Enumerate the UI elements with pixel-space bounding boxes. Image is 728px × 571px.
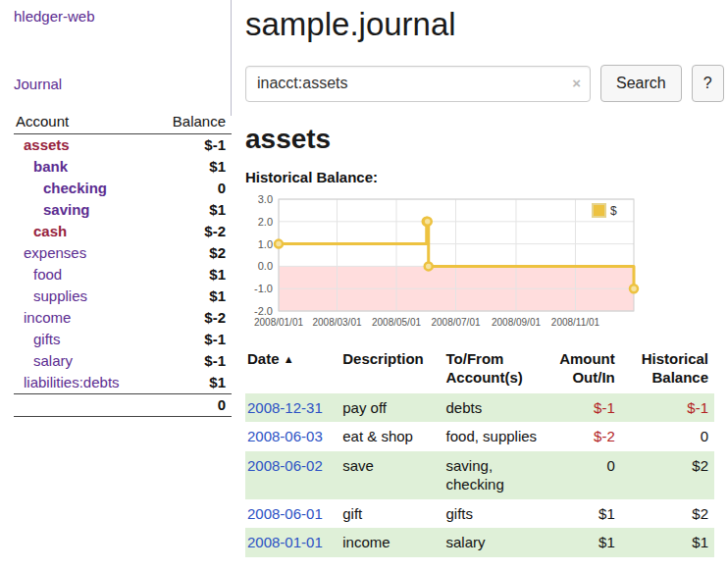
transaction-balance: $1: [621, 528, 714, 557]
account-balance: $-1: [153, 329, 232, 350]
account-link[interactable]: checking: [43, 180, 107, 196]
transaction-date-link[interactable]: 2008-06-03: [247, 428, 323, 444]
account-row: liabilities:debts$1: [14, 372, 232, 394]
search-input[interactable]: [245, 66, 591, 102]
transaction-balance: $2: [621, 499, 714, 529]
search-button[interactable]: Search: [600, 65, 682, 102]
legend-swatch: [593, 204, 605, 217]
account-row: checking0: [14, 178, 232, 199]
account-row: salary$-1: [14, 350, 232, 372]
y-tick-label: 0.0: [258, 260, 273, 272]
account-link[interactable]: salary: [33, 352, 73, 369]
data-point-marker: [275, 240, 283, 248]
balance-column-header-txn: Historical Balance: [621, 348, 714, 393]
transaction-balance: $2: [621, 451, 714, 499]
account-row: gifts$-1: [14, 329, 232, 350]
sidebar-divider: [231, 0, 232, 116]
account-row: expenses$2: [14, 242, 232, 264]
transaction-amount: $1: [547, 528, 621, 557]
account-link[interactable]: supplies: [33, 287, 87, 304]
data-point-marker: [424, 218, 432, 226]
x-tick-label: 2008/01/01: [254, 317, 303, 328]
transaction-accounts: food, supplies: [444, 422, 547, 451]
sort-ascending-icon[interactable]: ▲: [284, 353, 294, 365]
y-tick-label: 2.0: [258, 216, 273, 228]
account-row: supplies$1: [14, 286, 232, 307]
account-link[interactable]: income: [24, 309, 71, 326]
transaction-description: gift: [340, 499, 443, 529]
account-balance: $2: [153, 242, 232, 264]
page-title: sample.journal: [245, 6, 724, 43]
account-balance: $1: [153, 372, 232, 394]
sidebar: hledger-web Journal Account Balance asse…: [0, 0, 232, 557]
account-heading: assets: [245, 124, 724, 155]
transactions-table-body: 2008-12-31pay offdebts$-1$-12008-06-03ea…: [245, 393, 714, 557]
account-balance-table: Account Balance assets$-1bank$1checking0…: [14, 110, 232, 417]
account-balance: $1: [153, 264, 232, 286]
chart-svg: $3.02.01.00.0-1.0-2.02008/01/012008/03/0…: [245, 193, 640, 335]
transaction-amount: 0: [547, 451, 621, 499]
account-row: cash$-2: [14, 221, 232, 242]
transaction-amount: $1: [547, 499, 621, 529]
account-balance: $-2: [153, 307, 232, 329]
transaction-date-link[interactable]: 2008-12-31: [247, 399, 323, 416]
account-link[interactable]: assets: [24, 136, 70, 153]
search-box: ×: [245, 66, 591, 102]
account-link[interactable]: gifts: [33, 331, 61, 347]
account-row: food$1: [14, 264, 232, 286]
app-title-link[interactable]: hledger-web: [14, 8, 232, 25]
account-table-header-row: Account Balance: [14, 110, 232, 134]
transaction-accounts: salary: [444, 528, 547, 557]
y-tick-label: -2.0: [254, 305, 273, 317]
account-balance: $-1: [153, 134, 232, 157]
transaction-date-link[interactable]: 2008-01-01: [247, 534, 323, 550]
x-tick-label: 2008/03/01: [312, 317, 361, 328]
x-tick-label: 2008/05/01: [372, 317, 421, 328]
transaction-description: save: [340, 451, 443, 499]
historical-balance-chart: $3.02.01.00.0-1.0-2.02008/01/012008/03/0…: [245, 193, 724, 335]
account-total-spacer: [14, 394, 153, 417]
help-button[interactable]: ?: [692, 65, 724, 102]
accounts-column-header: To/From Account(s): [444, 348, 547, 393]
y-tick-label: -1.0: [254, 283, 273, 294]
x-tick-label: 2008/09/01: [492, 317, 541, 328]
account-link[interactable]: cash: [33, 223, 67, 239]
account-balance: $1: [153, 199, 232, 221]
balance-column-header: Balance: [153, 110, 232, 134]
account-link[interactable]: liabilities:debts: [24, 374, 120, 390]
transaction-date-link[interactable]: 2008-06-01: [247, 505, 323, 522]
description-column-header: Description: [340, 348, 443, 393]
x-tick-label: 2008/07/01: [431, 317, 480, 328]
account-row: assets$-1: [14, 134, 232, 157]
legend-label: $: [610, 204, 617, 218]
y-tick-label: 1.0: [258, 238, 273, 250]
transaction-row: 2008-12-31pay offdebts$-1$-1: [245, 393, 714, 423]
clear-search-icon[interactable]: ×: [572, 76, 581, 90]
account-balance: $1: [153, 286, 232, 307]
transaction-balance: 0: [621, 422, 714, 451]
account-column-header: Account: [14, 110, 153, 134]
x-tick-label: 2008/11/01: [551, 317, 600, 328]
app-window: hledger-web Journal Account Balance asse…: [0, 0, 728, 557]
account-table-body: assets$-1bank$1checking0saving$1cash$-2e…: [14, 134, 232, 394]
account-row: bank$1: [14, 156, 232, 178]
transaction-accounts: saving, checking: [444, 451, 547, 499]
account-balance: $-2: [153, 221, 232, 242]
account-total-balance: 0: [153, 394, 232, 417]
account-row: saving$1: [14, 199, 232, 221]
data-point-marker: [630, 285, 638, 292]
account-link[interactable]: food: [33, 266, 62, 283]
account-link[interactable]: expenses: [24, 244, 86, 261]
date-column-header[interactable]: Date ▲: [245, 348, 340, 393]
search-bar: × Search ?: [245, 65, 724, 102]
transaction-row: 2008-06-03eat & shopfood, supplies$-20: [245, 422, 714, 451]
transaction-date-link[interactable]: 2008-06-02: [247, 457, 323, 474]
account-link[interactable]: bank: [33, 158, 68, 175]
y-tick-label: 3.0: [258, 193, 273, 205]
account-link[interactable]: saving: [43, 201, 90, 218]
account-balance: 0: [153, 178, 232, 199]
data-point-marker: [425, 262, 433, 270]
transaction-row: 2008-01-01incomesalary$1$1: [245, 528, 714, 557]
transaction-accounts: debts: [444, 393, 547, 423]
sidebar-item-journal[interactable]: Journal: [14, 76, 232, 92]
